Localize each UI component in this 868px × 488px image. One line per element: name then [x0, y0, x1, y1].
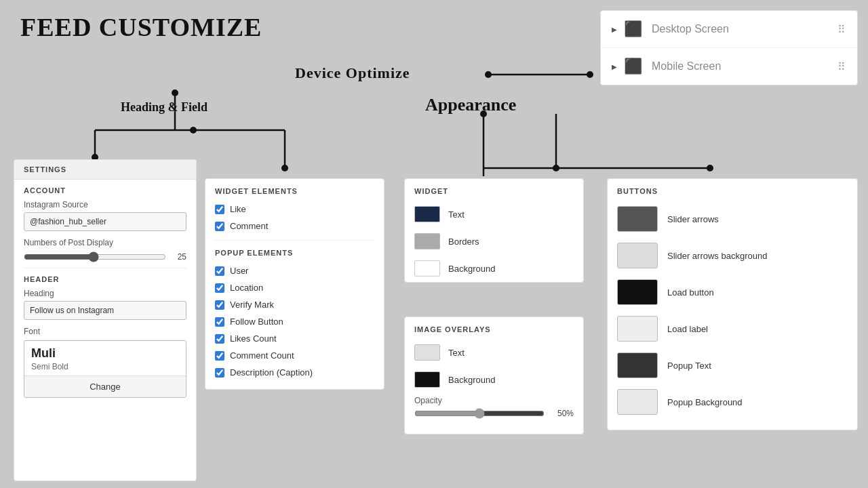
image-overlays-panel: IMAGE OVERLAYS Text Background Opacity 5… [404, 317, 584, 434]
svg-point-16 [281, 165, 288, 171]
opacity-slider[interactable] [414, 408, 545, 419]
opacity-value: 50% [550, 409, 574, 418]
slider-arrows-swatch[interactable] [617, 206, 658, 232]
desktop-arrow-icon: ▶ [612, 26, 617, 33]
follow-button-checkbox-row: Follow Button [205, 313, 384, 330]
load-button-label: Load button [667, 287, 714, 298]
account-title: ACCOUNT [14, 180, 196, 197]
load-label-row: Load label [608, 310, 857, 347]
widget-text-label: Text [448, 209, 465, 220]
desktop-dots-icon: ⠿ [837, 23, 846, 36]
settings-panel: SETTINGS ACCOUNT Instagram Source Number… [14, 159, 197, 481]
user-checkbox-row: User [205, 262, 384, 279]
comment-checkbox[interactable] [215, 222, 224, 231]
verify-mark-checkbox[interactable] [215, 300, 224, 310]
load-button-swatch[interactable] [617, 279, 658, 305]
svg-point-9 [707, 165, 713, 171]
widget-text-row: Text [405, 201, 583, 228]
user-checkbox[interactable] [215, 266, 224, 276]
overlay-text-row: Text [405, 339, 583, 366]
like-label: Like [230, 204, 246, 214]
comment-count-checkbox[interactable] [215, 351, 224, 361]
popup-text-swatch[interactable] [617, 352, 658, 378]
desktop-label: Desktop Screen [652, 23, 837, 35]
overlays-title: IMAGE OVERLAYS [405, 317, 583, 339]
buttons-panel: BUTTONS Slider arrows Slider arrows back… [607, 178, 858, 430]
follow-button-checkbox[interactable] [215, 317, 224, 327]
widget-title: WIDGET [405, 179, 583, 201]
svg-point-1 [485, 71, 492, 78]
device-panel: ▶ ⬛ Desktop Screen ⠿ ▶ ⬛ Mobile Screen ⠿ [600, 10, 858, 85]
likes-count-checkbox-row: Likes Count [205, 330, 384, 347]
mobile-icon: ⬛ [624, 58, 642, 75]
comment-checkbox-row: Comment [205, 218, 384, 235]
description-checkbox-row: Description (Caption) [205, 364, 384, 381]
svg-point-2 [587, 71, 593, 78]
overlay-text-swatch[interactable] [414, 344, 440, 361]
widget-borders-row: Borders [405, 228, 583, 255]
comment-label: Comment [230, 221, 268, 231]
heading-label: Heading [14, 286, 196, 300]
post-display-slider[interactable] [24, 251, 166, 262]
widget-background-swatch[interactable] [414, 260, 440, 277]
popup-text-label: Popup Text [667, 361, 711, 371]
description-label: Description (Caption) [230, 367, 313, 378]
popup-elements-title: POPUP ELEMENTS [205, 241, 384, 262]
font-box: Muli Semi Bold Change [24, 340, 186, 398]
comment-count-checkbox-row: Comment Count [205, 347, 384, 364]
instagram-source-input[interactable] [24, 212, 186, 231]
verify-mark-label: Verify Mark [230, 300, 274, 310]
popup-background-row: Popup Background [608, 384, 857, 420]
post-display-value: 25 [172, 252, 186, 262]
location-label: Location [230, 283, 263, 293]
widget-borders-swatch[interactable] [414, 233, 440, 249]
load-label-label: Load label [667, 324, 708, 334]
heading-input[interactable] [24, 301, 186, 320]
slider-arrows-bg-swatch[interactable] [617, 243, 658, 268]
svg-point-7 [553, 165, 559, 171]
svg-point-18 [190, 127, 197, 134]
settings-title: SETTINGS [14, 160, 196, 180]
verify-mark-checkbox-row: Verify Mark [205, 296, 384, 313]
popup-text-row: Popup Text [608, 347, 857, 384]
popup-background-swatch[interactable] [617, 389, 658, 415]
user-label: User [230, 266, 248, 276]
widget-borders-label: Borders [448, 237, 479, 247]
overlay-background-row: Background [405, 366, 583, 393]
font-weight: Semi Bold [24, 362, 186, 375]
load-button-row: Load button [608, 274, 857, 310]
mobile-screen-row[interactable]: ▶ ⬛ Mobile Screen ⠿ [601, 48, 857, 85]
post-display-label: Numbers of Post Display [14, 235, 196, 249]
change-font-button[interactable]: Change [24, 375, 186, 397]
widget-text-swatch[interactable] [414, 206, 440, 222]
widget-background-label: Background [448, 264, 495, 274]
overlay-text-label: Text [448, 348, 465, 358]
desktop-screen-row[interactable]: ▶ ⬛ Desktop Screen ⠿ [601, 11, 857, 48]
location-checkbox[interactable] [215, 283, 224, 293]
slider-arrows-bg-label: Slider arrows background [667, 251, 767, 261]
opacity-label: Opacity [414, 396, 574, 405]
buttons-title: BUTTONS [608, 179, 857, 201]
load-label-swatch[interactable] [617, 316, 658, 342]
widget-background-row: Background [405, 255, 583, 282]
widget-elements-panel: WIDGET ELEMENTS Like Comment POPUP ELEME… [205, 178, 384, 390]
likes-count-checkbox[interactable] [215, 334, 224, 344]
font-label: Font [14, 324, 196, 338]
font-name: Muli [24, 341, 186, 362]
instagram-source-label: Instagram Source [14, 197, 196, 211]
slider-arrows-bg-row: Slider arrows background [608, 237, 857, 274]
device-optimize-label: Device Optimize [295, 64, 410, 82]
overlay-background-label: Background [448, 375, 495, 385]
comment-count-label: Comment Count [230, 350, 294, 361]
widget-elements-title: WIDGET ELEMENTS [205, 179, 384, 201]
overlay-background-swatch[interactable] [414, 371, 440, 388]
header-title: HEADER [14, 268, 196, 286]
description-checkbox[interactable] [215, 368, 224, 378]
popup-background-label: Popup Background [667, 397, 743, 407]
appearance-label: Appearance [425, 95, 516, 115]
mobile-arrow-icon: ▶ [612, 63, 617, 70]
like-checkbox[interactable] [215, 205, 224, 214]
slider-arrows-label: Slider arrows [667, 214, 719, 224]
widget-appearance-panel: WIDGET Text Borders Background [404, 178, 584, 283]
mobile-label: Mobile Screen [652, 60, 837, 73]
